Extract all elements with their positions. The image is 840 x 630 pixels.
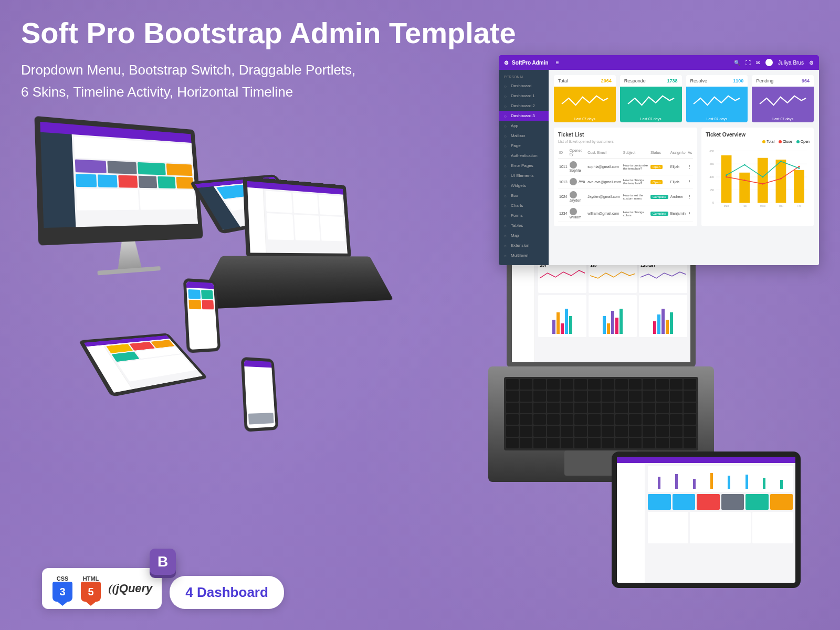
svg-text:600: 600	[710, 150, 714, 153]
search-icon[interactable]: 🔍	[734, 60, 740, 66]
stat-card-total: Total2064Last 07 days	[554, 75, 616, 122]
svg-point-18	[780, 178, 782, 180]
svg-text:0: 0	[712, 202, 714, 205]
sidebar-item-15[interactable]: ○Map	[499, 230, 549, 240]
sidebar-item-12[interactable]: ○Charts	[499, 201, 549, 211]
dashboard-main: Total2064Last 07 daysResponde1738Last 07…	[549, 70, 819, 265]
sidebar-item-8[interactable]: ○Error Pages	[499, 161, 549, 171]
stat-card-resolve: Resolve1100Last 07 days	[686, 75, 748, 122]
sidebar-item-10[interactable]: ○Widgets	[499, 181, 549, 191]
hero-header: Soft Pro Bootstrap Admin Template Dropdo…	[21, 16, 516, 103]
svg-rect-12	[758, 158, 768, 203]
sidebar-item-4[interactable]: ○App	[499, 121, 549, 131]
svg-point-24	[799, 167, 800, 169]
sidebar-item-11[interactable]: ○Box	[499, 191, 549, 201]
svg-point-15	[726, 176, 727, 178]
topbar-actions: 🔍 ⛶ ✉ Juliya Brus ⚙	[734, 59, 814, 66]
sidebar-item-5[interactable]: ○Mailbox	[499, 131, 549, 141]
sidebar-item-14[interactable]: ○Tables	[499, 220, 549, 230]
imac-mockup	[34, 116, 206, 293]
ticket-list-title: Ticket List	[558, 132, 693, 138]
sidebar-item-7[interactable]: ○Authentication	[499, 151, 549, 161]
hero-subtitle-1: Dropdown Menu, Bootstrap Switch, Draggab…	[21, 59, 516, 81]
ticket-list-panel: Ticket List List of ticket opened by cus…	[554, 128, 697, 226]
phone-mockup-1	[183, 278, 221, 353]
svg-text:150: 150	[710, 189, 714, 192]
svg-point-17	[762, 183, 763, 185]
table-row[interactable]: 1011 Sophiasophia@gmail.comHow to custom…	[558, 159, 693, 175]
table-row[interactable]: 1013 Avaava.ava@gmail.comHow to change t…	[558, 175, 693, 188]
tech-logos-card: CSS 3 HTML 5 ((jQuery	[42, 568, 162, 609]
mail-icon[interactable]: ✉	[756, 60, 760, 66]
svg-rect-14	[794, 170, 804, 203]
sidebar-item-13[interactable]: ○Forms	[499, 211, 549, 220]
fullscreen-icon[interactable]: ⛶	[746, 60, 751, 66]
svg-point-16	[744, 180, 746, 181]
avatar-icon[interactable]	[765, 59, 773, 66]
laptop-mockup-1	[218, 174, 376, 350]
ticket-overview-chart: 0150300450600MonTueWedThuFri	[706, 145, 810, 208]
ticket-list-subtitle: List of ticket opened by customers	[558, 140, 693, 143]
user-name[interactable]: Juliya Brus	[778, 60, 804, 66]
brand-name: SoftPro Admin	[512, 60, 549, 66]
hero-title: Soft Pro Bootstrap Admin Template	[21, 16, 516, 50]
ticket-overview-title: Ticket Overview	[706, 132, 810, 138]
ticket-table: IDOpened byCust. EmailSubjectStatusAssig…	[558, 146, 693, 222]
svg-rect-13	[776, 160, 786, 203]
gear-icon[interactable]: ⚙	[809, 60, 814, 66]
sidebar-item-16[interactable]: ○Extension	[499, 240, 549, 250]
phone-mockup-2	[241, 357, 279, 432]
svg-text:300: 300	[710, 176, 714, 178]
html5-logo: HTML 5	[80, 575, 102, 602]
table-row[interactable]: 1234 Williamwilliam@gmail.comHow to chan…	[558, 205, 693, 222]
svg-text:450: 450	[710, 163, 714, 165]
svg-text:Tue: Tue	[742, 205, 747, 208]
svg-point-21	[744, 164, 746, 166]
sidebar-item-17[interactable]: ○Multilevel	[499, 250, 549, 260]
css3-logo: CSS 3	[51, 575, 74, 602]
bootstrap-logo: B	[147, 549, 178, 580]
svg-point-23	[780, 161, 782, 162]
sidebar-item-6[interactable]: ○Page	[499, 141, 549, 151]
svg-point-22	[762, 176, 763, 178]
stat-card-pending: Pending964Last 07 days	[752, 75, 814, 122]
svg-text:Fri: Fri	[797, 205, 801, 208]
table-row[interactable]: 1024 JaydenJayden@gmail.comHow to set th…	[558, 188, 693, 205]
svg-rect-11	[739, 173, 750, 203]
svg-text:Thu: Thu	[779, 205, 783, 208]
macbook-mockup: 257 187 125/187	[488, 247, 714, 482]
jquery-logo: ((jQuery	[108, 582, 152, 595]
hero-subtitle-2: 6 Skins, Timeline Activity, Horizontal T…	[21, 81, 516, 103]
svg-point-20	[726, 174, 727, 176]
stat-card-responde: Responde1738Last 07 days	[620, 75, 682, 122]
svg-text:Wed: Wed	[760, 205, 765, 208]
svg-text:Mon: Mon	[724, 205, 729, 208]
ipad-mockup	[612, 452, 801, 588]
svg-rect-10	[721, 155, 732, 203]
svg-point-19	[799, 166, 800, 167]
dashboard-screenshot: ⚙ SoftPro Admin ≡ 🔍 ⛶ ✉ Juliya Brus ⚙ PE…	[499, 55, 819, 265]
sidebar-item-3[interactable]: ○Dashboard 3	[499, 111, 549, 121]
sidebar-item-9[interactable]: ○UI Elements	[499, 171, 549, 181]
menu-icon[interactable]: ≡	[556, 60, 559, 66]
dashboard-count-pill: 4 Dashboard	[170, 576, 284, 609]
bootstrap-letter: B	[150, 549, 176, 575]
stats-row: Total2064Last 07 daysResponde1738Last 07…	[554, 75, 814, 122]
chart-legend: TotalCloseOpen	[706, 140, 810, 143]
ticket-overview-panel: Ticket Overview TotalCloseOpen 015030045…	[701, 128, 814, 226]
dashboard-topbar: ⚙ SoftPro Admin ≡ 🔍 ⛶ ✉ Juliya Brus ⚙	[499, 55, 819, 70]
